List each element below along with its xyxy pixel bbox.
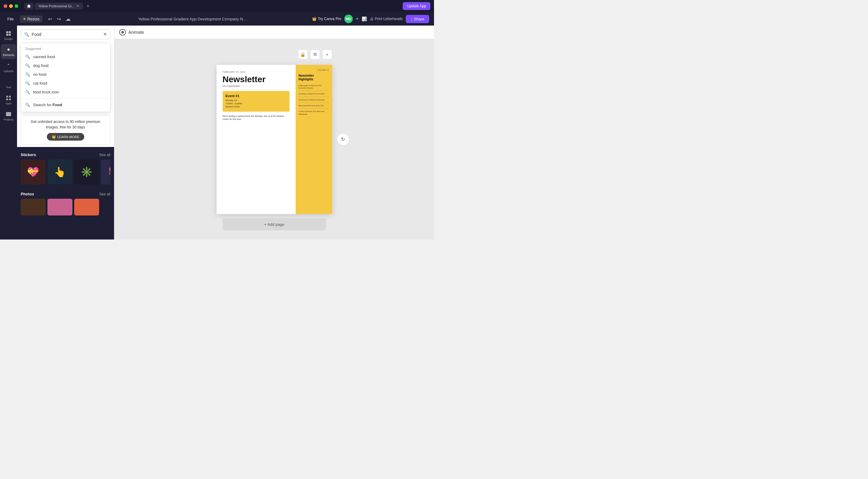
suggestion-no-food-text: no food xyxy=(33,72,46,77)
highlight-2: Creating a Culture Of Innovation xyxy=(299,92,329,95)
sidebar-icons: Design Elements Uploads Text Apps Projec… xyxy=(0,26,17,239)
photo-item-2[interactable] xyxy=(48,199,72,215)
undo-button[interactable]: ↩ xyxy=(46,15,54,23)
search-clear-button[interactable]: ✕ xyxy=(103,31,107,37)
sidebar-item-text[interactable]: Text xyxy=(1,77,16,91)
crown-icon: 👑 xyxy=(312,17,317,21)
svg-point-4 xyxy=(8,49,10,51)
print-icon: 🖨 xyxy=(370,17,373,21)
animate-circle-icon xyxy=(119,29,126,36)
search-input[interactable] xyxy=(32,32,101,37)
sidebar-item-elements[interactable]: Elements xyxy=(1,44,16,59)
animate-label[interactable]: Animate xyxy=(128,30,144,35)
stats-icon[interactable]: 📊 xyxy=(362,17,367,21)
active-tab[interactable]: Yellow Professional Gr... ✕ xyxy=(35,3,83,9)
stickers-see-all[interactable]: See all xyxy=(99,153,111,157)
suggestion-canned-food[interactable]: 🔍 canned food xyxy=(21,52,110,61)
user-avatar[interactable]: MG xyxy=(344,14,353,23)
sticker-item-2[interactable]: 👆 xyxy=(48,159,72,184)
photo-item-3[interactable] xyxy=(74,199,99,215)
update-app-button[interactable]: Update App xyxy=(403,2,430,10)
share-label: Share xyxy=(414,17,424,21)
photos-title: Photos xyxy=(21,192,34,196)
suggestion-cat-food[interactable]: 🔍 cat food xyxy=(21,79,110,88)
sidebar-elements-label: Elements xyxy=(3,54,14,57)
newsletter-document: FEBRUARY 25, 2023 Newsletter My Organiza… xyxy=(217,65,332,214)
fullscreen-traffic-light[interactable] xyxy=(14,4,18,8)
premium-banner: Get unlimited access to 90 million premi… xyxy=(21,115,111,145)
menu-right: 👑 Try Canva Pro MG + 📊 🖨 Print Letterhea… xyxy=(312,14,429,23)
add-to-team-button[interactable]: + xyxy=(356,16,359,22)
highlight-divider-3 xyxy=(299,102,329,103)
suggested-label: Suggested xyxy=(21,46,110,52)
suggestions-dropdown: Suggested 🔍 canned food 🔍 dog food 🔍 no … xyxy=(21,43,111,112)
suggestion-dog-food[interactable]: 🔍 dog food xyxy=(21,61,110,70)
learn-more-label: LEARN MORE xyxy=(57,135,80,139)
highlights-title: Newsletter Highlights xyxy=(299,74,329,81)
menu-bar: File ★ Resize ↩ ↪ ☁ Yellow Professional … xyxy=(0,12,434,26)
share-button[interactable]: ↑ Share xyxy=(406,15,429,23)
highlight-divider-1 xyxy=(299,91,329,91)
sidebar-text-label: Text xyxy=(6,86,11,89)
new-tab-button[interactable]: + xyxy=(84,3,92,9)
search-panel: 🔍 ✕ Suggested 🔍 canned food 🔍 dog food 🔍… xyxy=(17,26,114,239)
search-suggestion-icon: 🔍 xyxy=(25,72,30,77)
rotate-button[interactable]: ↻ xyxy=(337,133,349,146)
event-name: Event #1 xyxy=(226,94,286,98)
suggestion-search-for-food[interactable]: 🔍 Search for Food xyxy=(21,100,110,109)
sidebar-item-uploads[interactable]: Uploads xyxy=(1,60,16,75)
sidebar-uploads-label: Uploads xyxy=(3,70,13,73)
close-traffic-light[interactable] xyxy=(4,4,7,8)
undo-redo-group: ↩ ↪ ☁ xyxy=(46,15,72,23)
sticker-emoji-3: ✳️ xyxy=(81,166,93,178)
stickers-header: Stickers See all xyxy=(21,152,111,157)
crown-premium-icon: 👑 xyxy=(52,135,56,139)
duplicate-button[interactable]: ⧉ xyxy=(310,50,320,59)
sticker-item-3[interactable]: ✳️ xyxy=(74,159,99,184)
print-label: Print Letterheads xyxy=(375,17,402,21)
svg-rect-6 xyxy=(9,96,11,98)
cloud-save-button[interactable]: ☁ xyxy=(64,15,72,23)
search-box-area: 🔍 ✕ xyxy=(17,26,114,43)
stickers-title: Stickers xyxy=(21,152,36,157)
resize-label: Resize xyxy=(27,17,39,21)
svg-rect-8 xyxy=(9,99,11,100)
suggestion-food-truck-icon[interactable]: 🔍 food truck icon xyxy=(21,88,110,96)
home-tab[interactable] xyxy=(24,3,33,9)
sticker-item-1[interactable]: 💝 xyxy=(21,159,45,184)
photos-header: Photos See all xyxy=(21,192,111,196)
share-icon: ↑ xyxy=(411,17,413,21)
redo-button[interactable]: ↪ xyxy=(55,15,63,23)
panel-content: Stickers See all 💝 👆 ✳️ 💐 xyxy=(17,147,114,239)
minimize-traffic-light[interactable] xyxy=(9,4,13,8)
suggestion-canned-food-text: canned food xyxy=(33,55,55,59)
document-container: 🔒 ⧉ + FEBRUARY 25, 2023 Newsletter My Or… xyxy=(217,65,332,214)
photos-see-all[interactable]: See all xyxy=(99,192,111,196)
sticker-item-4[interactable]: 💐 xyxy=(101,159,111,184)
svg-rect-5 xyxy=(6,96,8,98)
stickers-row: 💝 👆 ✳️ 💐 › xyxy=(21,159,111,184)
search-suggestion-icon: 🔍 xyxy=(25,90,30,94)
close-tab-icon[interactable]: ✕ xyxy=(76,4,80,8)
svg-rect-1 xyxy=(9,31,11,33)
lock-button[interactable]: 🔒 xyxy=(298,50,308,59)
sidebar-item-apps[interactable]: Apps xyxy=(1,92,16,108)
sidebar-item-design[interactable]: Design xyxy=(1,28,16,43)
try-pro-button[interactable]: 👑 Try Canva Pro xyxy=(312,17,341,21)
suggestion-cat-food-text: cat food xyxy=(33,81,47,86)
animate-bar: Animate xyxy=(114,26,434,39)
svg-rect-7 xyxy=(6,99,8,100)
sidebar-item-projects[interactable]: Projects xyxy=(1,109,16,124)
suggestion-no-food[interactable]: 🔍 no food xyxy=(21,70,110,79)
doc-title: Newsletter xyxy=(223,75,289,84)
photo-item-1[interactable] xyxy=(21,199,45,215)
print-button[interactable]: 🖨 Print Letterheads xyxy=(370,17,402,21)
file-menu[interactable]: File xyxy=(5,16,16,23)
more-options-button[interactable]: + xyxy=(322,50,332,59)
search-input-wrap: 🔍 ✕ xyxy=(21,29,111,39)
learn-more-button[interactable]: 👑 LEARN MORE xyxy=(47,133,84,141)
suggestion-dog-food-text: dog food xyxy=(33,63,49,68)
add-page-bar[interactable]: + Add page xyxy=(223,218,326,230)
sidebar-projects-label: Projects xyxy=(4,118,14,121)
resize-button[interactable]: ★ Resize xyxy=(20,16,42,23)
